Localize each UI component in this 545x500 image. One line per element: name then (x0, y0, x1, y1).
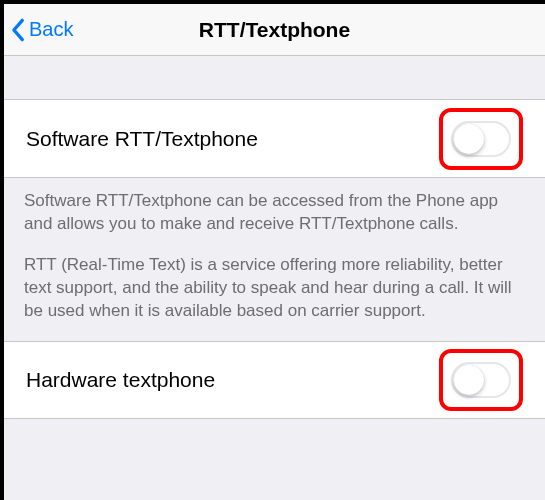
back-button[interactable]: Back (4, 18, 73, 42)
hardware-textphone-row[interactable]: Hardware textphone (4, 341, 545, 419)
section-spacer (4, 56, 545, 100)
hardware-textphone-toggle[interactable] (451, 362, 511, 398)
navbar: Back RTT/Textphone (4, 4, 545, 56)
software-rtt-label: Software RTT/Textphone (26, 127, 258, 151)
description-p1: Software RTT/Textphone can be accessed f… (24, 190, 525, 236)
software-rtt-row[interactable]: Software RTT/Textphone (4, 100, 545, 178)
toggle-knob (454, 124, 484, 154)
highlight-hardware-toggle (439, 349, 523, 411)
back-label: Back (29, 18, 73, 41)
highlight-software-toggle (439, 108, 523, 170)
toggle-knob (454, 365, 484, 395)
description-text: Software RTT/Textphone can be accessed f… (4, 178, 545, 341)
hardware-textphone-label: Hardware textphone (26, 368, 215, 392)
page-title: RTT/Textphone (4, 18, 545, 42)
description-p2: RTT (Real-Time Text) is a service offeri… (24, 254, 525, 323)
chevron-left-icon (10, 18, 25, 42)
software-rtt-toggle[interactable] (451, 121, 511, 157)
